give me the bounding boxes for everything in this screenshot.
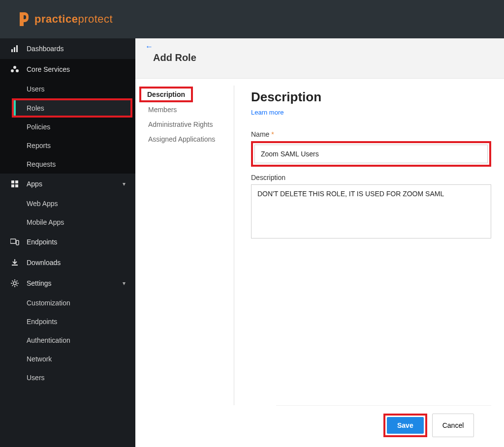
tab-column: Description Members Administrative Right…: [140, 86, 234, 405]
sidebar-item-settings-endpoints[interactable]: Endpoints: [0, 312, 135, 331]
sidebar-item-downloads[interactable]: Downloads: [0, 252, 135, 273]
content-header: ← Add Role: [135, 38, 504, 79]
name-highlight: [251, 141, 491, 167]
sidebar: Dashboards Core Services Users Roles Pol…: [0, 38, 135, 447]
sidebar-item-reports[interactable]: Reports: [0, 136, 135, 155]
sidebar-item-settings-users[interactable]: Users: [0, 368, 135, 387]
sidebar-item-dashboards[interactable]: Dashboards: [0, 38, 135, 59]
sidebar-item-roles[interactable]: Roles: [12, 98, 132, 118]
svg-rect-2: [16, 45, 18, 52]
cancel-button[interactable]: Cancel: [432, 414, 474, 437]
chevron-down-icon: ▾: [123, 280, 126, 287]
tab-assigned-apps[interactable]: Assigned Applications: [140, 132, 234, 147]
tab-description-wrapper: Description: [139, 87, 234, 102]
sidebar-item-customization[interactable]: Customization: [0, 294, 135, 312]
sidebar-label-settings: Settings: [27, 279, 52, 287]
sidebar-item-requests[interactable]: Requests: [0, 155, 135, 174]
svg-point-4: [11, 69, 14, 72]
name-input[interactable]: [254, 145, 488, 163]
tab-members[interactable]: Members: [140, 102, 234, 117]
learn-more-link[interactable]: Learn more: [251, 109, 284, 116]
logo[interactable]: practiceprotect: [17, 11, 113, 27]
description-input[interactable]: [251, 184, 491, 238]
tab-admin-rights[interactable]: Administrative Rights: [140, 117, 234, 132]
svg-rect-11: [16, 240, 19, 245]
sidebar-label-endpoints: Endpoints: [27, 238, 57, 246]
description-label: Description: [251, 174, 491, 181]
svg-rect-7: [15, 180, 18, 183]
svg-point-12: [13, 282, 16, 285]
sidebar-label-dashboards: Dashboards: [27, 45, 64, 53]
download-icon: [10, 258, 20, 268]
name-label: Name*: [251, 130, 491, 138]
devices-icon: [10, 237, 20, 247]
sidebar-item-endpoints[interactable]: Endpoints: [0, 232, 135, 252]
form-heading: Description: [251, 89, 491, 105]
topbar: practiceprotect: [0, 0, 504, 38]
sidebar-item-policies[interactable]: Policies: [0, 118, 135, 136]
sidebar-item-authentication[interactable]: Authentication: [0, 331, 135, 350]
sidebar-item-mobile-apps[interactable]: Mobile Apps: [0, 213, 135, 232]
svg-rect-1: [14, 47, 15, 52]
save-button[interactable]: Save: [387, 417, 424, 434]
form-column: Description Learn more Name* Description: [239, 86, 494, 405]
footer: Save Cancel: [276, 405, 491, 447]
svg-rect-9: [15, 184, 18, 187]
sidebar-item-users[interactable]: Users: [0, 80, 135, 98]
core-icon: [10, 64, 20, 74]
svg-rect-10: [10, 239, 16, 243]
sidebar-item-core-services[interactable]: Core Services: [0, 59, 135, 80]
sidebar-item-apps[interactable]: Apps ▾: [0, 174, 135, 194]
logo-text: practiceprotect: [34, 13, 113, 26]
sidebar-item-network[interactable]: Network: [0, 350, 135, 368]
svg-rect-8: [11, 184, 14, 187]
sidebar-item-web-apps[interactable]: Web Apps: [0, 194, 135, 213]
chevron-down-icon: ▾: [123, 180, 126, 187]
sidebar-label-downloads: Downloads: [27, 259, 61, 267]
sidebar-label-apps: Apps: [27, 180, 42, 188]
back-arrow-icon[interactable]: ←: [145, 42, 153, 51]
logo-icon: [17, 11, 31, 27]
svg-rect-0: [11, 49, 13, 52]
gear-icon: [10, 278, 20, 288]
tab-description[interactable]: Description: [139, 87, 193, 102]
grid-icon: [10, 179, 20, 189]
save-highlight: Save: [383, 414, 427, 437]
svg-point-5: [16, 69, 19, 72]
svg-rect-6: [11, 180, 14, 183]
bars-icon: [10, 44, 20, 54]
page-title: Add Role: [153, 52, 494, 63]
vertical-divider: [234, 86, 234, 405]
sidebar-item-settings[interactable]: Settings ▾: [0, 273, 135, 294]
content: ← Add Role Description Members Administr…: [135, 38, 504, 447]
svg-point-3: [13, 66, 16, 69]
sidebar-label-core: Core Services: [27, 65, 70, 73]
